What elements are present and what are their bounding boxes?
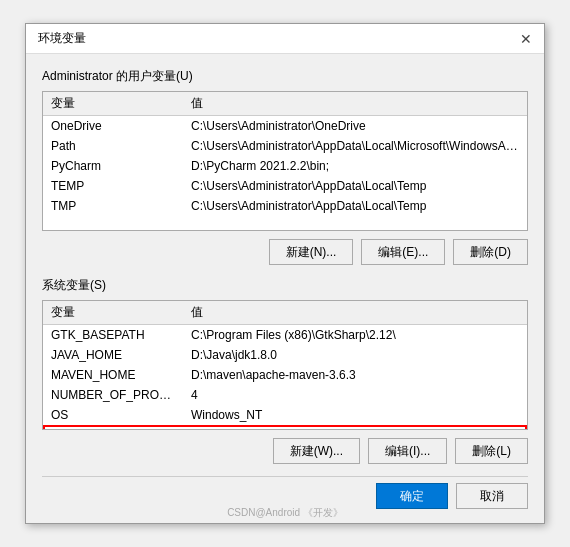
user-table-row[interactable]: TEMPC:\Users\Administrator\AppData\Local… bbox=[43, 176, 527, 196]
sys-row-var: JAVA_HOME bbox=[43, 345, 183, 365]
user-variables-table-container: 变量 值 OneDriveC:\Users\Administrator\OneD… bbox=[42, 91, 528, 231]
user-row-val: C:\Users\Administrator\OneDrive bbox=[183, 116, 527, 137]
dialog-title: 环境变量 bbox=[38, 30, 86, 47]
user-row-var: Path bbox=[43, 136, 183, 156]
sys-row-var: MAVEN_HOME bbox=[43, 365, 183, 385]
user-row-var: PyCharm bbox=[43, 156, 183, 176]
user-edit-button[interactable]: 编辑(E)... bbox=[361, 239, 445, 265]
sys-row-val: C:\Program Files\Common Files\Oracle\Jav… bbox=[183, 425, 527, 430]
sys-table-row[interactable]: GTK_BASEPATHC:\Program Files (x86)\GtkSh… bbox=[43, 325, 527, 346]
user-row-val: D:\PyCharm 2021.2.2\bin; bbox=[183, 156, 527, 176]
cancel-button[interactable]: 取消 bbox=[456, 483, 528, 509]
sys-row-var: OS bbox=[43, 405, 183, 425]
user-variables-table: 变量 值 OneDriveC:\Users\Administrator\OneD… bbox=[43, 92, 527, 216]
user-col-var: 变量 bbox=[43, 92, 183, 116]
sys-row-var: GTK_BASEPATH bbox=[43, 325, 183, 346]
close-button[interactable]: ✕ bbox=[516, 29, 536, 49]
sys-section-label: 系统变量(S) bbox=[42, 277, 528, 294]
sys-row-val: 4 bbox=[183, 385, 527, 405]
user-table-row[interactable]: PathC:\Users\Administrator\AppData\Local… bbox=[43, 136, 527, 156]
user-col-val: 值 bbox=[183, 92, 527, 116]
sys-table-row[interactable]: NUMBER_OF_PROCESSORS4 bbox=[43, 385, 527, 405]
sys-col-var: 变量 bbox=[43, 301, 183, 325]
sys-buttons-row: 新建(W)... 编辑(I)... 删除(L) bbox=[42, 438, 528, 464]
sys-table-row[interactable]: OSWindows_NT bbox=[43, 405, 527, 425]
dialog-body: Administrator 的用户变量(U) 变量 值 OneDriveC:\U… bbox=[26, 54, 544, 523]
sys-table-row[interactable]: PathC:\Program Files\Common Files\Oracle… bbox=[43, 425, 527, 430]
user-row-val: C:\Users\Administrator\AppData\Local\Tem… bbox=[183, 176, 527, 196]
sys-row-var: NUMBER_OF_PROCESSORS bbox=[43, 385, 183, 405]
sys-row-val: Windows_NT bbox=[183, 405, 527, 425]
user-table-header: 变量 值 bbox=[43, 92, 527, 116]
user-row-var: OneDrive bbox=[43, 116, 183, 137]
user-buttons-row: 新建(N)... 编辑(E)... 删除(D) bbox=[42, 239, 528, 265]
env-variables-dialog: 环境变量 ✕ Administrator 的用户变量(U) 变量 值 OneDr… bbox=[25, 23, 545, 524]
user-row-val: C:\Users\Administrator\AppData\Local\Mic… bbox=[183, 136, 527, 156]
sys-row-val: D:\Java\jdk1.8.0 bbox=[183, 345, 527, 365]
sys-row-val: C:\Program Files (x86)\GtkSharp\2.12\ bbox=[183, 325, 527, 346]
sys-table-row[interactable]: MAVEN_HOMED:\maven\apache-maven-3.6.3 bbox=[43, 365, 527, 385]
user-row-val: C:\Users\Administrator\AppData\Local\Tem… bbox=[183, 196, 527, 216]
title-bar: 环境变量 ✕ bbox=[26, 24, 544, 54]
sys-table-header: 变量 值 bbox=[43, 301, 527, 325]
user-table-row[interactable]: OneDriveC:\Users\Administrator\OneDrive bbox=[43, 116, 527, 137]
sys-delete-button[interactable]: 删除(L) bbox=[455, 438, 528, 464]
sys-variables-table: 变量 值 GTK_BASEPATHC:\Program Files (x86)\… bbox=[43, 301, 527, 430]
user-table-row[interactable]: PyCharmD:\PyCharm 2021.2.2\bin; bbox=[43, 156, 527, 176]
user-section-label: Administrator 的用户变量(U) bbox=[42, 68, 528, 85]
sys-col-val: 值 bbox=[183, 301, 527, 325]
sys-variables-table-container: 变量 值 GTK_BASEPATHC:\Program Files (x86)\… bbox=[42, 300, 528, 430]
user-row-var: TEMP bbox=[43, 176, 183, 196]
sys-row-val: D:\maven\apache-maven-3.6.3 bbox=[183, 365, 527, 385]
user-new-button[interactable]: 新建(N)... bbox=[269, 239, 354, 265]
confirm-button[interactable]: 确定 bbox=[376, 483, 448, 509]
user-table-row[interactable]: TMPC:\Users\Administrator\AppData\Local\… bbox=[43, 196, 527, 216]
user-delete-button[interactable]: 删除(D) bbox=[453, 239, 528, 265]
sys-edit-button[interactable]: 编辑(I)... bbox=[368, 438, 447, 464]
sys-table-row[interactable]: JAVA_HOMED:\Java\jdk1.8.0 bbox=[43, 345, 527, 365]
sys-row-var: Path bbox=[43, 425, 183, 430]
user-row-var: TMP bbox=[43, 196, 183, 216]
watermark: CSDN@Android 《开发》 bbox=[227, 506, 343, 520]
sys-new-button[interactable]: 新建(W)... bbox=[273, 438, 360, 464]
